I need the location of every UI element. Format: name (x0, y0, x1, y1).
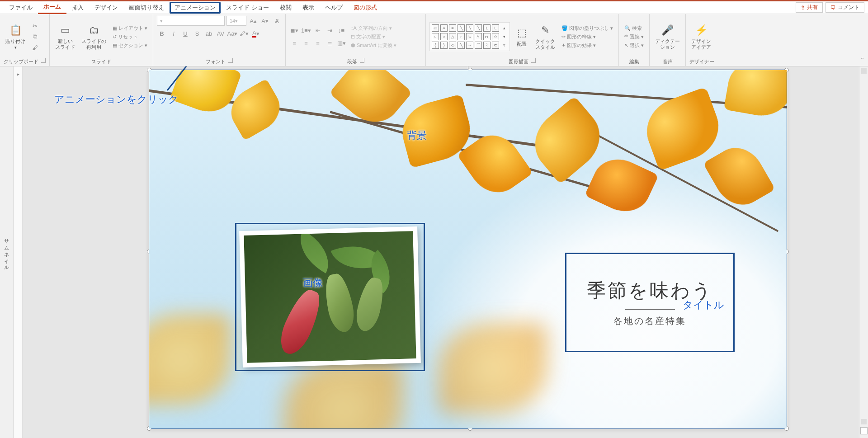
select-button[interactable]: ↖ 選択 ▾ (623, 42, 646, 49)
group-slides: ▭新しい スライド 🗂スライドの 再利用 ▦ レイアウト ▾ ↺ リセット ▤ … (50, 14, 153, 66)
spacing-button[interactable]: AV (216, 28, 226, 38)
thumbnail-rail[interactable]: サムネイル (0, 66, 14, 438)
text-direction-button[interactable]: ↕A 文字列の方向 ▾ (349, 24, 398, 32)
ribbon: 📋 貼り付け▾ ✂ ⧉ 🖌 クリップボード ▭新しい スライド 🗂スライドの 再… (0, 14, 868, 66)
tab-file[interactable]: ファイル (4, 2, 38, 14)
share-icon: ⇪ (801, 5, 805, 11)
copy-button[interactable]: ⧉ (30, 32, 40, 42)
group-clipboard-label: クリップボード (4, 58, 38, 65)
shape-fill-button[interactable]: 🪣 図形の塗りつぶし ▾ (560, 24, 615, 32)
tab-design[interactable]: デザイン (89, 2, 123, 14)
title-divider (625, 309, 675, 310)
tab-insert[interactable]: 挿入 (66, 2, 89, 14)
inserted-picture[interactable] (235, 223, 425, 371)
tab-transition[interactable]: 画面切り替え (123, 2, 170, 14)
reset-button[interactable]: ↺ リセット (111, 33, 149, 41)
design-ideas-icon: ⚡ (694, 23, 708, 38)
font-launcher[interactable] (228, 58, 233, 63)
replace-button[interactable]: ᵃᵇ 置換 ▾ (623, 33, 646, 41)
group-editing-label: 編集 (629, 58, 639, 65)
indent-inc-button[interactable]: ⇥ (325, 25, 335, 35)
layout-button[interactable]: ▦ レイアウト ▾ (111, 24, 149, 32)
group-paragraph: ≣▾ 1≡▾ ⇤ ⇥ ↕≡ ≡ ≡ ≡ ≣ ▥▾ ↕A 文字列の方向 ▾ ⊟ 文… (286, 14, 426, 66)
dictate-button[interactable]: 🎤ディクテー ション (653, 22, 682, 51)
strike-button[interactable]: S (192, 28, 202, 38)
group-voice: 🎤ディクテー ション 音声 (650, 14, 686, 66)
group-editing: 🔍 検索 ᵃᵇ 置換 ▾ ↖ 選択 ▾ 編集 (619, 14, 650, 66)
collapse-ribbon-button[interactable]: ˆ (861, 57, 863, 64)
text-align-button[interactable]: ⊟ 文字の配置 ▾ (349, 33, 398, 41)
share-button[interactable]: ⇪共有 (796, 2, 823, 13)
reuse-slide-icon: 🗂 (87, 23, 101, 38)
font-size-combo[interactable]: 14 ▾ (226, 16, 246, 26)
group-font-label: フォント (206, 58, 226, 65)
shape-outline-button[interactable]: ✏ 図形の枠線 ▾ (560, 33, 615, 41)
columns-button[interactable]: ▥▾ (336, 38, 346, 48)
shape-effects-button[interactable]: ✦ 図形の効果 ▾ (560, 42, 615, 49)
pepper-photo (244, 231, 416, 363)
comment-button[interactable]: 🗨コメント (826, 2, 864, 13)
thumbnail-label: サムネイル (3, 235, 10, 269)
highlight-button[interactable]: 🖍▾ (239, 28, 249, 38)
paragraph-launcher[interactable] (360, 58, 364, 63)
shrink-font-button[interactable]: A▾ (260, 16, 270, 26)
fit-button[interactable] (860, 427, 868, 434)
smartart-button[interactable]: ⬢ SmartArt に変換 ▾ (349, 42, 398, 49)
vertical-scrollbar[interactable] (859, 66, 868, 438)
underline-button[interactable]: U (180, 28, 190, 38)
drawing-launcher[interactable] (531, 58, 536, 63)
shapes-gallery[interactable]: ▭A≡╲╲╲LL▴ ○○△⌐↳⤷↦☆▾ {}◇╲~⌒⌇⊂▿ (429, 22, 510, 51)
design-ideas-button[interactable]: ⚡デザイン アイデア (689, 22, 713, 51)
reuse-slide-button[interactable]: 🗂スライドの 再利用 (80, 22, 108, 51)
italic-button[interactable]: I (169, 28, 179, 38)
new-slide-button[interactable]: ▭新しい スライド (53, 22, 77, 51)
paste-icon: 📋 (8, 23, 23, 38)
workspace: サムネイル ▸ アニメーションをクリック ⟲ (0, 66, 868, 438)
arrange-icon: ⬚ (514, 26, 529, 40)
slide-canvas-area[interactable]: アニメーションをクリック ⟲ (23, 66, 859, 438)
indent-dec-button[interactable]: ⇤ (313, 25, 323, 35)
tab-view[interactable]: 表示 (297, 2, 320, 14)
thumbnail-expand[interactable]: ▸ (14, 66, 23, 438)
find-button[interactable]: 🔍 検索 (623, 24, 646, 32)
tab-help[interactable]: ヘルプ (320, 2, 348, 14)
paste-button[interactable]: 📋 貼り付け▾ (4, 22, 27, 51)
slide[interactable]: ⟲ (149, 70, 787, 429)
slide-title: 季節を味わう (587, 278, 713, 303)
section-button[interactable]: ▤ セクション ▾ (111, 42, 149, 49)
align-right-button[interactable]: ≡ (313, 38, 323, 48)
shadow-button[interactable]: ab (204, 28, 214, 38)
new-slide-icon: ▭ (58, 23, 72, 38)
group-paragraph-label: 段落 (347, 58, 357, 65)
line-spacing-button[interactable]: ↕≡ (336, 25, 346, 35)
group-designer: ⚡デザイン アイデア デザイナー (686, 14, 718, 66)
tab-picture-format[interactable]: 図の形式 (348, 2, 382, 14)
clipboard-launcher[interactable] (41, 58, 46, 63)
font-family-combo[interactable]: ▾ (157, 16, 225, 26)
tab-review[interactable]: 校閲 (274, 2, 297, 14)
quick-style-button[interactable]: ✎クイック スタイル (533, 22, 557, 51)
slide-subtitle: 各地の名産特集 (613, 315, 686, 327)
cut-button[interactable]: ✂ (30, 21, 40, 31)
align-left-button[interactable]: ≡ (289, 38, 299, 48)
slide-title-box[interactable]: 季節を味わう 各地の名産特集 (565, 253, 735, 352)
numbering-button[interactable]: 1≡▾ (301, 25, 311, 35)
group-drawing: ▭A≡╲╲╲LL▴ ○○△⌐↳⤷↦☆▾ {}◇╲~⌒⌇⊂▿ ⬚配置 ✎クイック … (426, 14, 619, 66)
format-painter-button[interactable]: 🖌 (30, 42, 40, 52)
bold-button[interactable]: B (157, 28, 167, 38)
clear-format-button[interactable]: A̷ (272, 16, 282, 26)
case-button[interactable]: Aa▾ (227, 28, 237, 38)
arrange-button[interactable]: ⬚配置 (513, 25, 531, 48)
group-voice-label: 音声 (663, 58, 673, 65)
bullets-button[interactable]: ≣▾ (289, 25, 299, 35)
font-color-button[interactable]: A▾ (251, 28, 261, 38)
tab-home[interactable]: ホーム (38, 1, 66, 14)
tab-slideshow[interactable]: スライド ショー (221, 2, 274, 14)
comment-icon: 🗨 (830, 5, 836, 11)
justify-button[interactable]: ≣ (325, 38, 335, 48)
tab-animation[interactable]: アニメーション (170, 2, 221, 14)
group-drawing-label: 図形描画 (509, 58, 528, 65)
mic-icon: 🎤 (660, 23, 675, 38)
align-center-button[interactable]: ≡ (301, 38, 311, 48)
grow-font-button[interactable]: A▴ (248, 16, 258, 26)
